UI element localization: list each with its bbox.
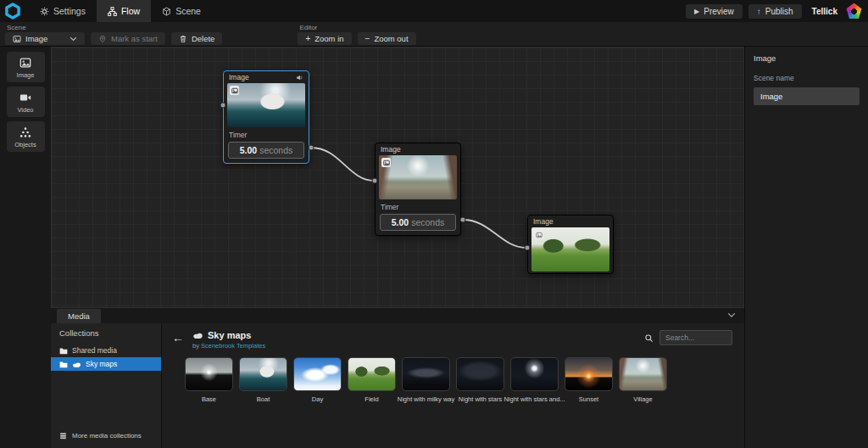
minus-icon: − (365, 35, 370, 43)
more-media-collections-button[interactable]: More media collections (51, 429, 161, 442)
mark-as-start-label: Mark as start (111, 34, 158, 43)
media-item-thumbnail[interactable] (565, 357, 613, 391)
tool-rail: Image Video Objects (0, 47, 51, 448)
inspector-panel: Image Scene name (744, 47, 868, 448)
media-tab-bar: Media (51, 308, 744, 323)
search-icon (644, 333, 654, 343)
preview-button[interactable]: ▶ Preview (686, 4, 743, 19)
plus-icon: + (305, 35, 310, 43)
mark-as-start-button[interactable]: Mark as start (91, 32, 165, 45)
collection-item-label: Sky maps (86, 360, 117, 368)
scene-group: Scene Image (5, 24, 85, 45)
publish-button[interactable]: ↑ Publish (748, 4, 802, 19)
media-item-label: Village (602, 395, 684, 403)
media-item[interactable]: Village (619, 357, 667, 403)
media-item-thumbnail[interactable] (510, 357, 559, 391)
node-input-port[interactable] (372, 178, 378, 184)
flow-icon (108, 7, 117, 16)
connection-wire (311, 148, 375, 181)
audio-speaker-icon (296, 74, 303, 81)
editor-group-label: Editor (298, 24, 415, 32)
flow-node-image-1[interactable]: Image Timer 5.00seconds (223, 70, 309, 164)
media-item-thumbnail[interactable] (402, 357, 450, 391)
video-camera-icon (19, 92, 31, 104)
media-item-thumbnail[interactable] (456, 357, 504, 391)
image-icon (19, 57, 31, 69)
tool-video-label: Video (17, 106, 33, 114)
search-input[interactable] (659, 330, 732, 345)
collection-item-shared-media[interactable]: Shared media (51, 344, 161, 357)
timer-unit: seconds (411, 217, 444, 227)
connection-wire (463, 220, 526, 248)
nav-tab-scene[interactable]: Scene (151, 0, 212, 22)
inspector-title: Image (754, 53, 860, 63)
nav-tab-flow[interactable]: Flow (97, 0, 151, 22)
upload-icon: ↑ (757, 7, 761, 16)
main-area: Image Video Objects (0, 47, 868, 448)
folder-icon (59, 347, 68, 355)
center-column: Image Timer 5.00seconds (51, 47, 744, 448)
collection-item-sky-maps[interactable]: Sky maps (51, 357, 161, 371)
zoom-in-label: Zoom in (314, 34, 343, 43)
media-item-thumbnail[interactable] (619, 357, 667, 391)
media-item-thumbnail[interactable] (293, 357, 342, 391)
nav-tab-settings[interactable]: Settings (29, 0, 97, 22)
node-timer-field[interactable]: 5.00seconds (380, 214, 456, 231)
image-icon (13, 35, 21, 43)
node-thumbnail[interactable] (379, 155, 457, 199)
media-item-thumbnail[interactable] (348, 357, 396, 391)
hexagon-logo-icon (4, 3, 21, 20)
node-output-port[interactable] (309, 145, 314, 151)
tool-objects-label: Objects (14, 141, 36, 148)
byline-author-link[interactable]: Scenebrook Templates (201, 342, 265, 350)
nav-tab-label: Flow (121, 6, 140, 16)
editor-group: Editor + Zoom in − Zoom out (298, 24, 415, 45)
collections-header: Collections (51, 328, 161, 344)
app-logo[interactable] (0, 0, 25, 22)
top-bar: Settings Flow Scene ▶ Preview ↑ (0, 0, 868, 22)
node-title: Image (229, 73, 249, 81)
scene-selector-dropdown[interactable]: Image (5, 32, 85, 45)
flow-node-image-2[interactable]: Image Timer 5.00seconds (375, 143, 461, 236)
delete-button[interactable]: Delete (171, 32, 222, 45)
node-thumbnail[interactable] (227, 83, 305, 127)
node-timer-field[interactable]: 5.00seconds (228, 142, 304, 159)
collection-content: ← Sky maps by Scenebr (161, 323, 744, 448)
media-tab[interactable]: Media (57, 309, 101, 323)
user-avatar[interactable] (846, 3, 862, 20)
zoom-in-button[interactable]: + Zoom in (298, 32, 351, 45)
scene-icon (162, 7, 171, 16)
node-thumbnail[interactable] (531, 227, 609, 272)
byline-prefix: by (192, 342, 199, 350)
cloud-icon (192, 332, 203, 339)
username-label: Tellick (812, 7, 837, 16)
media-thumbnails: BaseBoatDayFieldNight with milky wayNigh… (185, 357, 736, 403)
delete-button-label: Delete (192, 34, 214, 43)
scene-name-label: Scene name (754, 74, 860, 82)
gear-icon (40, 7, 49, 16)
node-input-port[interactable] (525, 245, 531, 251)
scene-group-label: Scene (5, 24, 85, 32)
media-item-thumbnail[interactable] (185, 357, 233, 391)
back-button[interactable]: ← (172, 332, 184, 344)
node-timer-label: Timer (224, 127, 309, 139)
scene-name-input[interactable] (754, 87, 860, 105)
collapse-panel-chevron-icon[interactable] (727, 312, 736, 318)
tool-video-button[interactable]: Video (7, 87, 45, 117)
media-item-thumbnail[interactable] (239, 357, 287, 391)
flow-canvas[interactable]: Image Timer 5.00seconds (51, 47, 744, 308)
flow-node-image-3[interactable]: Image (527, 215, 614, 274)
node-output-port[interactable] (460, 217, 466, 223)
selection-actions-group: Mark as start Delete (91, 24, 222, 45)
node-input-port[interactable] (220, 103, 226, 109)
collection-item-label: Shared media (72, 346, 117, 355)
main-nav: Settings Flow Scene (29, 0, 212, 22)
timer-unit: seconds (259, 145, 292, 155)
tool-objects-button[interactable]: Objects (7, 121, 45, 152)
app-window: Settings Flow Scene ▶ Preview ↑ (0, 0, 868, 448)
tool-image-button[interactable]: Image (7, 52, 45, 82)
zoom-out-button[interactable]: − Zoom out (358, 32, 416, 45)
image-icon (230, 86, 239, 95)
pin-icon (98, 35, 107, 43)
top-bar-right: ▶ Preview ↑ Publish Tellick (686, 0, 868, 22)
